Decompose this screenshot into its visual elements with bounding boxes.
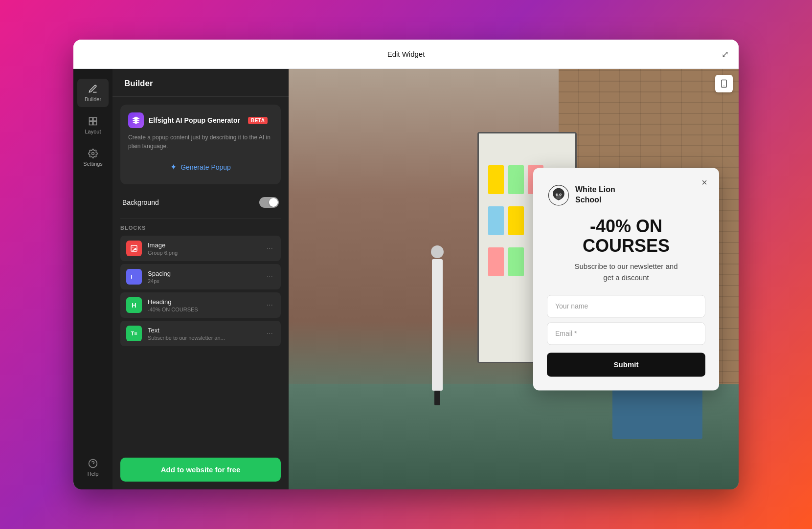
svg-point-16 [560,194,561,195]
popup-logo-line2: School [575,195,615,205]
divider [120,219,281,219]
svg-rect-0 [90,118,93,121]
popup-name-input[interactable] [547,295,705,318]
text-block-name: Text [148,327,259,334]
settings-label: Settings [83,161,103,167]
icon-sidebar: Builder Layout Setting [73,69,113,489]
image-block-icon [126,241,142,256]
mobile-preview-button[interactable] [715,75,733,92]
ai-popup-description: Create a popup content just by describin… [128,133,273,151]
spacing-block-icon: I [126,269,142,285]
ai-popup-card: Elfsight AI Popup Generator BETA Create … [120,105,281,184]
image-block-info: Image Group 6.png [148,242,259,256]
spacing-block-sub: 24px [148,278,259,284]
popup-discount-text: -40% ON COURSES [547,217,705,255]
spacing-block-name: Spacing [148,270,259,277]
background-label: Background [122,198,159,206]
image-block-sub: Group 6.png [148,250,259,256]
settings-icon [88,148,98,159]
sidebar-item-settings[interactable]: Settings [77,143,109,172]
text-block-sub: Subscribe to our newsletter an... [148,335,259,341]
heading-block-icon: H [126,297,142,313]
svg-point-7 [133,247,134,248]
window-title: Edit Widget [387,50,425,58]
builder-label: Builder [85,96,101,102]
ai-icon [128,112,144,128]
popup-email-input[interactable] [547,323,705,345]
toggle-knob [269,198,278,207]
popup-logo-line1: White Lion [575,185,615,196]
generate-label: Generate Popup [180,163,231,171]
title-bar: Edit Widget ⤢ [73,40,739,69]
block-item-image[interactable]: Image Group 6.png ··· [120,236,281,261]
sidebar-item-builder[interactable]: Builder [77,79,109,107]
block-item-spacing[interactable]: I Spacing 24px ··· [120,264,281,289]
svg-rect-3 [93,122,97,125]
heading-block-name: Heading [148,298,259,306]
sidebar-item-layout[interactable]: Layout [77,111,109,139]
popup-modal: × [533,168,719,390]
builder-panel: Builder Elfsight AI Popup Generator BETA [113,69,289,489]
background-row: Background [120,192,281,213]
close-icon: × [701,177,707,187]
image-block-menu[interactable]: ··· [265,242,275,255]
svg-rect-1 [93,118,97,121]
heading-block-info: Heading -40% ON COURSES [148,298,259,312]
beta-badge: BETA [248,117,268,124]
sidebar-item-help[interactable]: Help [77,453,109,482]
popup-subtitle: Subscribe to our newsletter andget a dis… [547,262,705,284]
main-content: Builder Layout Setting [73,69,739,489]
builder-header: Builder [113,69,289,97]
background-toggle[interactable] [259,197,279,208]
svg-text:I: I [131,274,132,280]
svg-point-15 [557,194,558,195]
popup-logo-icon [547,183,570,207]
svg-point-4 [92,153,94,155]
preview-area: × [289,69,739,489]
layout-label: Layout [85,129,101,134]
person-standing [424,245,451,405]
text-block-icon: T≡ [126,326,142,341]
generate-popup-button[interactable]: ✦ Generate Popup [128,157,273,176]
builder-content: Elfsight AI Popup Generator BETA Create … [113,97,289,458]
add-to-website-button[interactable]: Add to website for free [120,458,281,482]
popup-close-button[interactable]: × [698,176,711,189]
help-icon [88,458,98,469]
text-block-info: Text Subscribe to our newsletter an... [148,327,259,341]
expand-icon[interactable]: ⤢ [722,49,729,60]
block-item-text[interactable]: T≡ Text Subscribe to our newsletter an..… [120,321,281,346]
heading-block-menu[interactable]: ··· [265,299,275,311]
layout-icon [88,116,98,127]
spacing-block-info: Spacing 24px [148,270,259,284]
popup-logo-area: White Lion School [547,183,705,207]
svg-rect-2 [90,122,93,125]
builder-icon [88,84,98,94]
spacing-block-menu[interactable]: ··· [265,270,275,283]
ai-popup-header: Elfsight AI Popup Generator BETA [128,112,273,128]
heading-block-sub: -40% ON COURSES [148,307,259,312]
help-label: Help [88,471,99,477]
popup-logo-text: White Lion School [575,185,615,206]
image-block-name: Image [148,242,259,249]
block-item-heading[interactable]: H Heading -40% ON COURSES ··· [120,292,281,318]
app-window: Edit Widget ⤢ Builder [73,40,739,489]
builder-title: Builder [124,79,153,88]
text-block-menu[interactable]: ··· [265,327,275,340]
generate-icon: ✦ [170,162,177,172]
blocks-section: BLOCKS Image Group 6.png [120,225,281,346]
popup-submit-button[interactable]: Submit [547,353,705,377]
blocks-section-label: BLOCKS [120,225,281,231]
ai-popup-name: Elfsight AI Popup Generator [149,116,240,124]
